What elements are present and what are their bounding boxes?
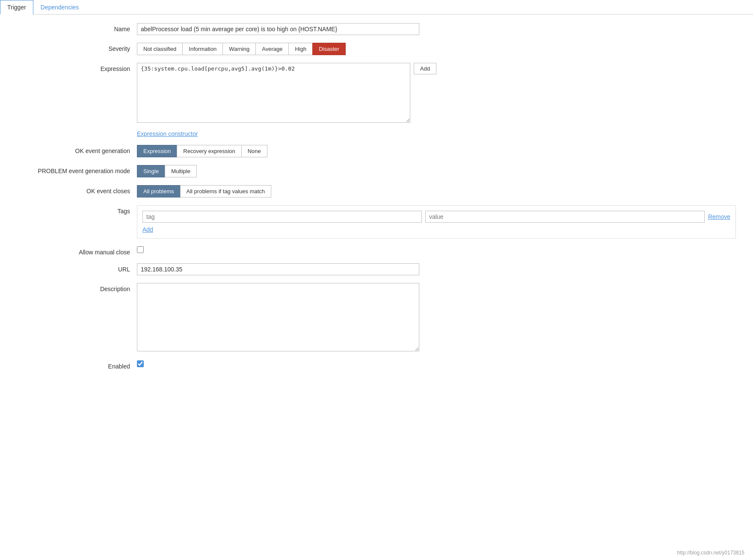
severity-label: Severity [17, 43, 137, 52]
ok-event-closes-label: OK event closes [17, 185, 137, 195]
problem-event-group: Single Multiple [137, 165, 736, 177]
name-input[interactable] [137, 23, 419, 35]
name-input-wrapper [137, 23, 419, 35]
enabled-label: Enabled [17, 360, 137, 370]
problem-event-label: PROBLEM event generation mode [17, 165, 137, 174]
page-container: Trigger Dependencies Name Severity Not c… [0, 0, 753, 560]
enabled-row: Enabled [17, 360, 736, 370]
ok-event-row: OK event generation Expression Recovery … [17, 145, 736, 157]
ok-event-closes-group: All problems All problems if tag values … [137, 185, 736, 197]
severity-high[interactable]: High [288, 43, 312, 55]
tags-control: Remove Add [137, 205, 736, 239]
problem-event-single[interactable]: Single [137, 165, 165, 177]
severity-disaster[interactable]: Disaster [312, 43, 346, 55]
ok-event-closes-control: All problems All problems if tag values … [137, 185, 736, 197]
description-textarea[interactable] [137, 283, 419, 351]
severity-group: Not classified Information Warning Avera… [137, 43, 736, 55]
tags-input-row: Remove [142, 211, 730, 223]
description-label: Description [17, 283, 137, 292]
expression-add-button[interactable]: Add [414, 63, 436, 74]
tags-row: Tags Remove Add [17, 205, 736, 239]
tags-label: Tags [17, 205, 137, 215]
ok-closes-all-problems[interactable]: All problems [137, 185, 180, 197]
problem-event-multiple[interactable]: Multiple [165, 165, 197, 177]
ok-event-closes-row: OK event closes All problems All problem… [17, 185, 736, 197]
ok-closes-tag-match[interactable]: All problems if tag values match [180, 185, 272, 197]
severity-row: Severity Not classified Information Warn… [17, 43, 736, 55]
name-row: Name [17, 23, 736, 35]
remove-tag-link[interactable]: Remove [708, 213, 730, 220]
expression-label: Expression [17, 63, 137, 72]
url-label: URL [17, 263, 137, 273]
tab-dependencies[interactable]: Dependencies [33, 0, 86, 15]
allow-manual-close-row: Allow manual close [17, 246, 736, 256]
allow-manual-close-control [137, 246, 736, 254]
ok-event-group: Expression Recovery expression None [137, 145, 736, 157]
description-row: Description [17, 283, 736, 353]
tabs-bar: Trigger Dependencies [0, 0, 753, 15]
url-control [137, 263, 736, 275]
expr-outer: {35:system.cpu.load[percpu,avg5].avg(1m)… [137, 63, 436, 123]
problem-event-row: PROBLEM event generation mode Single Mul… [17, 165, 736, 177]
tags-container: Remove Add [137, 205, 736, 239]
allow-manual-close-checkbox[interactable] [137, 246, 144, 253]
tags-add-link[interactable]: Add [142, 226, 153, 233]
expression-row: Expression {35:system.cpu.load[percpu,av… [17, 63, 736, 123]
problem-event-control: Single Multiple [137, 165, 736, 177]
enabled-control [137, 360, 736, 368]
severity-not-classified[interactable]: Not classified [137, 43, 182, 55]
ok-event-control: Expression Recovery expression None [137, 145, 736, 157]
expression-constructor-row: Expression constructor [137, 130, 736, 137]
ok-event-label: OK event generation [17, 145, 137, 154]
description-control [137, 283, 736, 353]
tab-trigger[interactable]: Trigger [0, 0, 33, 15]
tags-add-row: Add [142, 226, 730, 233]
form-section: Name Severity Not classified Information… [0, 15, 753, 386]
allow-manual-close-label: Allow manual close [17, 246, 137, 256]
watermark: http://blog.csdn.net/y0173815 [677, 550, 744, 556]
enabled-checkbox[interactable] [137, 360, 144, 367]
severity-control: Not classified Information Warning Avera… [137, 43, 736, 55]
ok-event-none[interactable]: None [241, 145, 267, 157]
url-input[interactable] [137, 263, 419, 275]
tag-input[interactable] [142, 211, 422, 223]
url-row: URL [17, 263, 736, 275]
expression-control: {35:system.cpu.load[percpu,avg5].avg(1m)… [137, 63, 736, 123]
expression-constructor-link[interactable]: Expression constructor [137, 130, 198, 137]
value-input[interactable] [425, 211, 705, 223]
ok-event-recovery[interactable]: Recovery expression [177, 145, 241, 157]
expression-textarea[interactable]: {35:system.cpu.load[percpu,avg5].avg(1m)… [137, 63, 410, 123]
name-label: Name [17, 23, 137, 32]
ok-event-expression[interactable]: Expression [137, 145, 177, 157]
severity-information[interactable]: Information [182, 43, 222, 55]
severity-warning[interactable]: Warning [222, 43, 255, 55]
severity-average[interactable]: Average [255, 43, 288, 55]
